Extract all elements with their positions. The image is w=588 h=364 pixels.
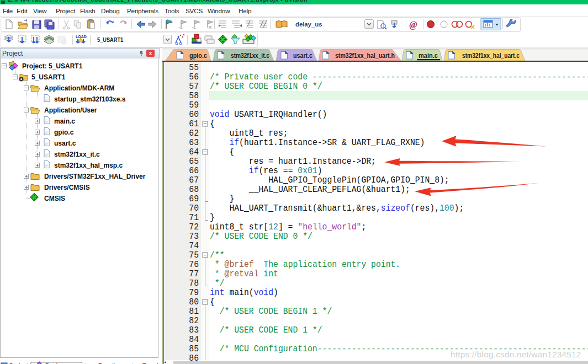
svg-text:stm32f1xx_it.c: stm32f1xx_it.c [231,52,269,60]
svg-text:gpio.c: gpio.c [189,52,207,60]
svg-text:stm32f1xx_hal_uart.c: stm32f1xx_hal_uart.c [462,52,520,60]
svg-text:LOAD: LOAD [76,35,87,39]
svg-text:@: @ [409,20,417,30]
svg-text:stm32f1xx_hal_uart.h: stm32f1xx_hal_uart.h [335,52,395,60]
svg-text:main.c: main.c [419,52,438,60]
svg-text:usart.c: usart.c [293,52,312,60]
